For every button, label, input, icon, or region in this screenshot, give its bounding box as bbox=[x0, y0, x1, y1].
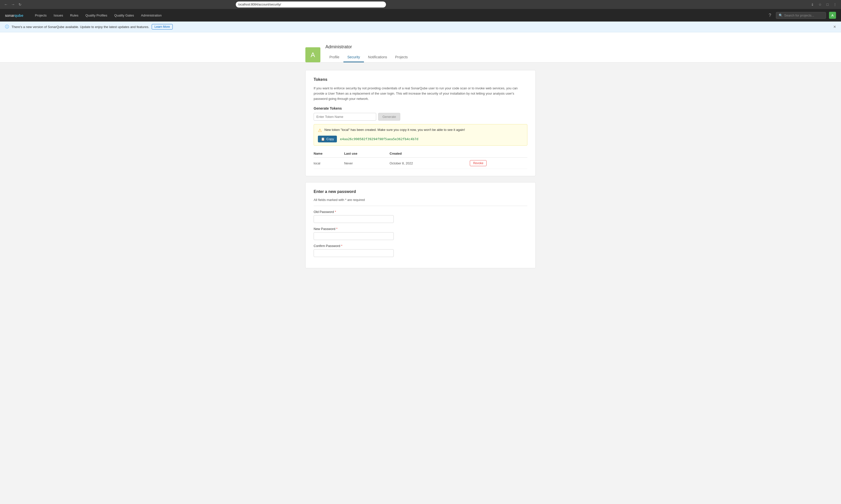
new-password-group: New Password * bbox=[314, 227, 527, 240]
address-bar[interactable]: localhost:8084/account/security/ bbox=[236, 1, 386, 7]
token-input-row: Generate bbox=[314, 113, 527, 121]
token-table: Name Last use Created local Never Octobe… bbox=[314, 150, 527, 169]
old-password-input[interactable] bbox=[314, 215, 394, 223]
banner-close-button[interactable]: × bbox=[833, 24, 836, 30]
browser-nav-buttons: ← → ↻ bbox=[3, 1, 23, 7]
token-row-name: local bbox=[314, 158, 344, 169]
nav-projects[interactable]: Projects bbox=[31, 9, 50, 21]
download-icon[interactable]: ⇓ bbox=[809, 1, 816, 7]
password-card: Enter a new password All fields marked w… bbox=[305, 182, 536, 268]
url-text: localhost:8084/account/security/ bbox=[238, 3, 281, 6]
search-input[interactable] bbox=[784, 14, 823, 17]
banner-message: There's a new version of SonarQube avail… bbox=[12, 25, 149, 29]
confirm-password-required: * bbox=[341, 244, 342, 248]
browser-chrome: ← → ↻ localhost:8084/account/security/ ⇓… bbox=[0, 0, 841, 9]
token-row-action: Revoke bbox=[470, 158, 527, 169]
token-notification-message: New token "local" has been created. Make… bbox=[324, 127, 465, 132]
nav-issues[interactable]: Issues bbox=[50, 9, 67, 21]
tokens-card: Tokens If you want to enforce security b… bbox=[305, 70, 536, 176]
confirm-password-input[interactable] bbox=[314, 249, 394, 257]
required-note: All fields marked with * are required bbox=[314, 198, 527, 202]
sonarqube-logo: sonarqube bbox=[5, 13, 23, 18]
warning-icon: ⚠ bbox=[318, 128, 322, 133]
new-password-label: New Password * bbox=[314, 227, 527, 231]
tokens-description: If you want to enforce security by not p… bbox=[314, 86, 527, 101]
forward-button[interactable]: → bbox=[10, 1, 16, 7]
search-box: 🔍 bbox=[776, 12, 826, 19]
help-button[interactable]: ? bbox=[767, 12, 773, 18]
token-value: e4aa26c990582f39294f98f5aea5e362fb4c4b7d bbox=[340, 137, 418, 141]
tab-profile[interactable]: Profile bbox=[325, 53, 343, 62]
profile-tabs: Profile Security Notifications Projects bbox=[325, 53, 536, 62]
generate-tokens-title: Generate Tokens bbox=[314, 106, 527, 110]
col-created: Created bbox=[390, 150, 470, 158]
generate-button[interactable]: Generate bbox=[378, 113, 400, 121]
nav-links: Projects Issues Rules Quality Profiles Q… bbox=[31, 9, 165, 21]
avatar-large: A bbox=[305, 47, 320, 62]
col-actions bbox=[470, 150, 527, 158]
nav-quality-profiles[interactable]: Quality Profiles bbox=[82, 9, 111, 21]
old-password-group: Old Password * bbox=[314, 210, 527, 223]
browser-action-buttons: ⇓ ☆ □ ⋮ bbox=[809, 1, 838, 7]
learn-more-button[interactable]: Learn More bbox=[152, 24, 173, 30]
tab-security[interactable]: Security bbox=[343, 53, 364, 62]
token-copy-row: 📋 Copy e4aa26c990582f39294f98f5aea5e362f… bbox=[318, 136, 523, 142]
token-row-created: October 8, 2022 bbox=[390, 158, 470, 169]
col-last-use: Last use bbox=[344, 150, 390, 158]
tab-projects[interactable]: Projects bbox=[391, 53, 412, 62]
reload-button[interactable]: ↻ bbox=[17, 1, 23, 7]
copy-button[interactable]: 📋 Copy bbox=[318, 136, 337, 142]
profile-name: Administrator bbox=[325, 44, 536, 50]
nav-administration[interactable]: Administration bbox=[138, 9, 165, 21]
logo-text: sonarqube bbox=[5, 13, 23, 18]
nav-rules[interactable]: Rules bbox=[67, 9, 82, 21]
main-content: Tokens If you want to enforce security b… bbox=[300, 70, 541, 268]
table-row: local Never October 8, 2022 Revoke bbox=[314, 158, 527, 169]
nav-quality-gates[interactable]: Quality Gates bbox=[111, 9, 138, 21]
old-password-label: Old Password * bbox=[314, 210, 527, 214]
nav-right: ? 🔍 A bbox=[767, 12, 836, 19]
back-button[interactable]: ← bbox=[3, 1, 9, 7]
new-password-required: * bbox=[336, 227, 337, 231]
confirm-password-label: Confirm Password * bbox=[314, 244, 527, 248]
revoke-button[interactable]: Revoke bbox=[470, 160, 487, 166]
copy-icon: 📋 bbox=[321, 137, 325, 141]
confirm-password-group: Confirm Password * bbox=[314, 244, 527, 257]
extensions-icon[interactable]: □ bbox=[824, 1, 830, 7]
tokens-title: Tokens bbox=[314, 77, 527, 82]
info-icon: ⓘ bbox=[5, 24, 9, 30]
token-notification: ⚠ New token "local" has been created. Ma… bbox=[314, 124, 527, 146]
update-banner: ⓘ There's a new version of SonarQube ava… bbox=[0, 21, 841, 32]
password-title: Enter a new password bbox=[314, 190, 527, 194]
profile-header: A Administrator Profile Security Notific… bbox=[0, 32, 841, 62]
col-name: Name bbox=[314, 150, 344, 158]
menu-icon[interactable]: ⋮ bbox=[832, 1, 838, 7]
new-password-input[interactable] bbox=[314, 232, 394, 240]
tab-notifications[interactable]: Notifications bbox=[364, 53, 391, 62]
copy-button-label: Copy bbox=[326, 137, 334, 141]
top-nav: sonarqube Projects Issues Rules Quality … bbox=[0, 9, 841, 21]
search-icon: 🔍 bbox=[779, 14, 783, 17]
user-avatar[interactable]: A bbox=[829, 12, 836, 19]
token-name-input[interactable] bbox=[314, 113, 376, 121]
token-notification-header: ⚠ New token "local" has been created. Ma… bbox=[318, 127, 523, 133]
old-password-required: * bbox=[335, 210, 336, 214]
bookmark-icon[interactable]: ☆ bbox=[817, 1, 823, 7]
token-row-last-use: Never bbox=[344, 158, 390, 169]
